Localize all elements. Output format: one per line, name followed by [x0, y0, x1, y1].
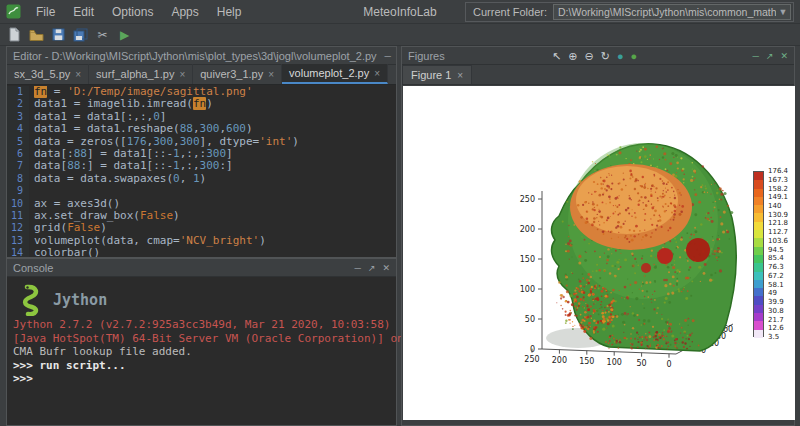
menu-help[interactable]: Help: [208, 0, 251, 24]
figure-tab[interactable]: Figure 1 ×: [402, 65, 472, 84]
editor-panel-header: Editor - D:\Working\MIScript\Jython\mis\…: [7, 47, 396, 65]
close-icon[interactable]: ×: [75, 69, 81, 80]
svg-text:200: 200: [520, 225, 535, 234]
menu-file[interactable]: File: [27, 0, 64, 24]
save-all-icon[interactable]: [71, 26, 90, 44]
svg-text:100: 100: [607, 358, 622, 367]
figure-canvas[interactable]: 2502001501005002502001501005001600204060…: [403, 86, 795, 420]
zoom-in-icon[interactable]: ⊕: [568, 47, 577, 65]
code-token: ] = data1[::-: [87, 147, 173, 160]
menu-edit[interactable]: Edit: [64, 0, 103, 24]
editor-tab-quiver3_1.py[interactable]: quiver3_1.py×: [193, 64, 282, 84]
globe-green-icon[interactable]: ●: [631, 47, 638, 65]
figure-tab-label: Figure 1: [411, 69, 451, 81]
code-token: ,:,:: [180, 147, 207, 160]
current-folder-group: Current Folder: D:\Working\MIScript\Jyth…: [465, 2, 794, 22]
editor-tab-label: quiver3_1.py: [200, 68, 263, 80]
open-file-icon[interactable]: [27, 26, 46, 44]
editor-panel: Editor - D:\Working\MIScript\Jython\mis\…: [6, 46, 397, 258]
main-toolbar: ✂▶: [0, 24, 800, 46]
save-icon[interactable]: [49, 26, 68, 44]
editor-panel-title: Editor - D:\Working\MIScript\Jython\mis\…: [13, 50, 377, 62]
editor-tab-volumeplot_2.py[interactable]: volumeplot_2.py×: [282, 64, 388, 84]
colorbar-label: 21.7: [768, 317, 784, 324]
line-number: 6: [7, 148, 29, 160]
colorbar-label: 149.1: [768, 194, 788, 201]
close-icon[interactable]: ×: [457, 70, 463, 81]
colorbar-segment: [754, 288, 763, 296]
console-line: CMA Bufr lookup file added.: [7, 345, 396, 359]
close-button[interactable]: ✕: [780, 47, 788, 65]
select-arrow-icon[interactable]: ↖: [552, 47, 561, 65]
new-script-icon[interactable]: [5, 26, 24, 44]
menu-options[interactable]: Options: [103, 0, 162, 24]
editor-tab-label: volumeplot_2.py: [289, 67, 369, 79]
figures-panel: Figures ↖⊕⊖↻●● ─↗✕ Figure 1 × 2502001501…: [401, 46, 795, 426]
code-token: 1: [173, 147, 180, 160]
colorbar-segment: [754, 255, 763, 263]
code-token: ,:,: [180, 159, 200, 172]
globe-teal-icon[interactable]: ●: [617, 47, 624, 65]
chevron-down-icon[interactable]: ▼: [776, 5, 790, 19]
console-output[interactable]: Jython Jython 2.7.2 (v2.7.2:925a3cc3b49d…: [7, 278, 396, 425]
code-token: ,: [173, 135, 180, 148]
colorbar-label: 176.4: [768, 168, 788, 175]
colorbar-label: 39.9: [768, 299, 784, 306]
run-script-icon[interactable]: ▶: [115, 26, 134, 44]
code-token: fn: [193, 97, 206, 110]
close-icon[interactable]: ×: [268, 69, 274, 80]
colorbar-segment: [754, 280, 763, 288]
svg-text:50: 50: [525, 315, 535, 324]
svg-text:0: 0: [666, 360, 671, 369]
colorbar-label: 140: [768, 203, 781, 210]
minimize-button[interactable]: ─: [753, 47, 759, 65]
code-token: 176: [127, 135, 147, 148]
code-token: data = zeros([: [34, 135, 127, 148]
code-token: 88: [74, 147, 87, 160]
line-number: 9: [7, 185, 29, 197]
jython-logo: Jython: [7, 278, 396, 318]
code-token: :] = data1[::-: [80, 159, 173, 172]
zoom-out-icon[interactable]: ⊖: [584, 47, 593, 65]
rotate-icon[interactable]: ↻: [601, 47, 610, 65]
colorbar-label: 167.3: [768, 177, 788, 184]
float-button[interactable]: ↗: [766, 47, 774, 65]
console-panel-header: Console ─↗✕: [7, 259, 396, 277]
code-token: :]: [219, 159, 232, 172]
editor-tabbar: sx_3d_5.py×surf_alpha_1.py×quiver3_1.py×…: [7, 65, 396, 85]
code-text: data = data.swapaxes(0, 1): [29, 173, 206, 185]
code-editor[interactable]: 1fn = 'D:/Temp/image/sagittal.png'2data1…: [7, 86, 396, 257]
minimize-button[interactable]: ─: [355, 259, 361, 277]
current-folder-combobox[interactable]: D:\Working\MIScript\Jython\mis\common_ma…: [553, 4, 791, 20]
colorbar-label: 103.6: [768, 238, 788, 245]
colorbar-segment: [754, 230, 763, 238]
close-icon[interactable]: ×: [179, 69, 185, 80]
colorbar-label: 3.5: [768, 334, 779, 341]
svg-text:150: 150: [520, 255, 535, 264]
code-line: 14colorbar(): [7, 247, 396, 257]
code-token: 1: [193, 172, 200, 185]
console-line: Jython 2.7.2 (v2.7.2:925a3cc3b49d, Mar 2…: [7, 318, 396, 332]
code-token: ): [259, 234, 266, 247]
svg-text:100: 100: [520, 285, 535, 294]
menu-bar: FileEditOptionsAppsHelp MeteoInfoLab Cur…: [0, 0, 800, 24]
code-token: 88: [180, 122, 193, 135]
code-token: 0: [173, 172, 180, 185]
editor-window-controls: ─↗✕: [377, 47, 396, 65]
line-number: 7: [7, 160, 29, 172]
code-token: ): [292, 135, 299, 148]
minimize-button[interactable]: ─: [385, 47, 391, 65]
editor-tab-surf_alpha_1.py[interactable]: surf_alpha_1.py×: [89, 64, 193, 84]
editor-tab-sx_3d_5.py[interactable]: sx_3d_5.py×: [7, 64, 89, 84]
code-token: ]: [226, 147, 233, 160]
svg-text:150: 150: [579, 357, 594, 366]
code-token: volumeplot(data, cmap=: [34, 234, 180, 247]
code-token: =: [47, 86, 67, 98]
menu-apps[interactable]: Apps: [162, 0, 207, 24]
cut-icon[interactable]: ✂: [93, 26, 112, 44]
close-button[interactable]: ✕: [382, 259, 390, 277]
float-button[interactable]: ↗: [368, 259, 376, 277]
figures-panel-header: Figures ↖⊕⊖↻●● ─↗✕: [402, 47, 794, 65]
close-icon[interactable]: ×: [374, 68, 380, 79]
code-token: data1 = data1.reshape(: [34, 122, 180, 135]
